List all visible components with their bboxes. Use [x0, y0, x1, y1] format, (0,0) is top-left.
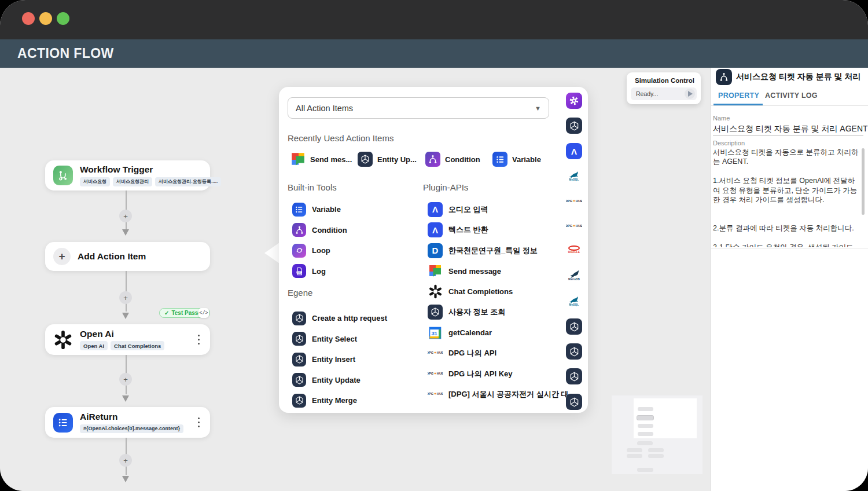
- node-tag: 서비스요청관리-요청등록-....: [155, 177, 221, 186]
- recent-item[interactable]: Send mes...: [290, 152, 352, 167]
- egene-item[interactable]: Create a http request: [292, 308, 387, 329]
- dpg-hub-icon: DPG✦HUB: [428, 346, 443, 361]
- node-title: Add Action Item: [78, 251, 203, 262]
- gear-icon[interactable]: [566, 93, 582, 109]
- egene-cube-icon: [292, 373, 306, 387]
- plus-icon: +: [53, 248, 71, 265]
- node-tag: #{OpenAi.choices[0].message.content}: [80, 424, 183, 433]
- egene-cube-icon: [358, 152, 373, 167]
- tab-activity-log[interactable]: ACTIVITY LOG: [765, 91, 818, 100]
- plugin-item[interactable]: Send message: [428, 261, 573, 282]
- egene-list: Create a http request Entity Select Enti…: [292, 308, 387, 411]
- plugin-heading: Plugin-APIs: [423, 182, 468, 192]
- agent-branch-icon: [716, 69, 732, 85]
- plugin-item[interactable]: Λ 오디오 입력: [428, 199, 573, 220]
- maximize-window-button[interactable]: [57, 12, 69, 25]
- variable-list-icon: [53, 413, 73, 433]
- egene-cube-icon: [428, 305, 443, 320]
- builtin-list: Variable Condition Loop Log: [292, 199, 347, 281]
- egene-cube-icon: [292, 353, 306, 367]
- kasi-d-icon: D: [428, 243, 443, 258]
- plugin-item[interactable]: Chat Completions: [428, 281, 573, 302]
- node-add-action-item[interactable]: + Add Action Item: [45, 242, 210, 271]
- tab-property[interactable]: PROPERTY: [718, 91, 759, 100]
- plugin-item[interactable]: DPG✦HUB DPG 나의 API Key: [428, 364, 573, 384]
- node-menu-button[interactable]: [194, 416, 203, 428]
- recent-item[interactable]: Entity Up...: [358, 152, 417, 167]
- name-underline: [713, 135, 863, 135]
- egene-cube-icon[interactable]: [566, 343, 582, 360]
- app-window: ACTION FLOW Workflow Trigger 서비스요청 서비스요청…: [0, 0, 868, 491]
- node-title: Workflow Trigger: [80, 164, 203, 175]
- insert-step-button[interactable]: +: [119, 291, 132, 304]
- description-divider: [711, 248, 868, 248]
- egene-item[interactable]: Entity Merge: [292, 390, 387, 411]
- play-button[interactable]: [685, 89, 695, 99]
- google-calendar-icon: [428, 325, 443, 340]
- node-workflow-trigger[interactable]: Workflow Trigger 서비스요청 서비스요청관리 서비스요청관리-요…: [45, 160, 210, 190]
- condition-icon: [292, 223, 306, 237]
- plugin-item[interactable]: getCalendar: [428, 323, 573, 343]
- node-title: AiReturn: [80, 412, 194, 422]
- connector-arrow-icon: [122, 313, 129, 319]
- egene-cube-icon[interactable]: [566, 368, 582, 384]
- node-open-ai[interactable]: Open Ai Open AI Chat Completions: [45, 324, 210, 355]
- play-icon: [688, 91, 693, 97]
- plugin-item[interactable]: 사용자 정보 조회: [428, 302, 573, 323]
- description-label: Description: [713, 140, 745, 146]
- plugin-item[interactable]: DPG✦HUB [DPG] 서울시 공공자전거 실시간 대..: [428, 384, 573, 405]
- node-tag: Open AI: [80, 341, 108, 350]
- egene-item[interactable]: Entity Insert: [292, 349, 387, 370]
- plugin-list: Λ 오디오 입력 Λ 텍스트 반환 D 한국천문연구원_특일 정보 Send m…: [428, 199, 573, 405]
- lambda-icon: Λ: [428, 202, 443, 217]
- insert-step-button[interactable]: +: [119, 210, 132, 222]
- egene-cube-icon[interactable]: [566, 394, 582, 410]
- google-chat-icon: [290, 152, 306, 167]
- name-label: Name: [713, 115, 730, 122]
- egene-heading: Egene: [288, 288, 312, 298]
- builtin-item[interactable]: Log: [292, 261, 347, 282]
- lambda-icon[interactable]: Λ: [566, 143, 582, 159]
- mysql-icon[interactable]: MySQL: [566, 293, 582, 309]
- node-tag: 서비스요청관리: [113, 177, 152, 186]
- recent-item[interactable]: Variable: [492, 152, 541, 167]
- egene-cube-icon[interactable]: [566, 118, 582, 134]
- loop-icon: [292, 244, 306, 258]
- dpg-hub-icon[interactable]: DPG✦HUB: [566, 218, 582, 234]
- plugin-item[interactable]: D 한국천문연구원_특일 정보: [428, 240, 573, 261]
- code-view-button[interactable]: </>: [198, 308, 209, 318]
- builtin-item[interactable]: Loop: [292, 240, 347, 261]
- log-icon: [292, 264, 306, 278]
- simulation-control-card: Simulation Control Ready...: [627, 72, 701, 104]
- lambda-icon: Λ: [428, 222, 443, 237]
- mysql-icon[interactable]: MySQL: [566, 168, 582, 184]
- description-value[interactable]: 서비스요청 티켓을 자동으로 분류하고 처리하는 AGENT. 1.서비스 요청…: [713, 148, 859, 247]
- builtin-item[interactable]: Condition: [292, 220, 347, 241]
- recent-heading: Recently Uesd Action Items: [288, 133, 393, 143]
- recent-item[interactable]: Condition: [425, 152, 480, 167]
- oracle-icon[interactable]: ORACLE: [566, 241, 582, 258]
- node-ai-return[interactable]: AiReturn #{OpenAi.choices[0].message.con…: [45, 407, 210, 438]
- egene-item[interactable]: Entity Update: [292, 370, 387, 391]
- dpg-hub-icon: DPG✦HUB: [428, 367, 443, 382]
- workflow-trigger-icon: [53, 166, 73, 185]
- plugin-item[interactable]: Λ 텍스트 반환: [428, 220, 573, 241]
- builtin-item[interactable]: Variable: [292, 199, 347, 220]
- insert-step-button[interactable]: +: [119, 454, 132, 467]
- dpg-hub-icon[interactable]: DPG✦HUB: [566, 193, 582, 210]
- mariadb-icon[interactable]: MariaDB: [566, 268, 582, 284]
- plugin-item[interactable]: DPG✦HUB DPG 나의 API: [428, 343, 573, 364]
- insert-step-button[interactable]: +: [119, 373, 132, 386]
- close-window-button[interactable]: [22, 12, 35, 25]
- action-filter-select[interactable]: All Action Items ▼: [288, 97, 549, 119]
- simulation-status: Ready...: [636, 90, 658, 97]
- egene-item[interactable]: Entity Select: [292, 329, 387, 350]
- node-title: Open Ai: [80, 329, 194, 339]
- name-value[interactable]: 서비스요청 티켓 자동 분류 및 처리 AGENT: [713, 124, 868, 134]
- builtin-heading: Built-in Tools: [288, 182, 337, 192]
- node-menu-button[interactable]: [194, 333, 203, 346]
- minimize-window-button[interactable]: [39, 12, 52, 25]
- connector-arrow-icon: [122, 476, 129, 482]
- egene-cube-icon[interactable]: [566, 318, 582, 335]
- description-scrollbar[interactable]: [862, 148, 865, 215]
